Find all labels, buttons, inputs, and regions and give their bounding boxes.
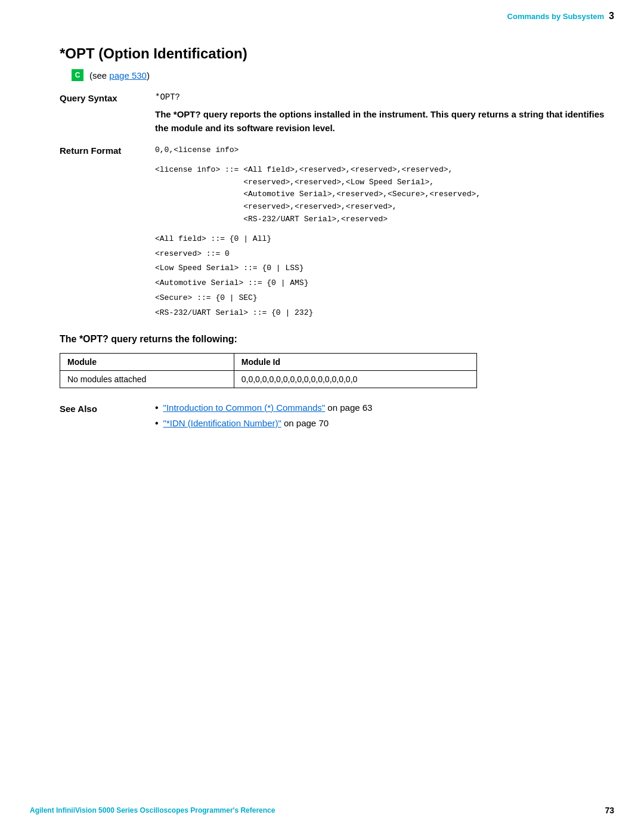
see-also-item-2: "*IDN (Identification Number)" on page 7… xyxy=(163,418,329,428)
c-badge: C xyxy=(72,69,83,81)
page-title: *OPT (Option Identification) xyxy=(60,45,614,62)
table-header-row: Module Module Id xyxy=(60,353,477,370)
query-syntax-content: *OPT? The *OPT? query reports the option… xyxy=(155,92,614,135)
table-col-module: Module xyxy=(60,353,234,370)
query-syntax-section: Query Syntax *OPT? The *OPT? query repor… xyxy=(60,92,614,135)
badge-link-text: (see page 530) xyxy=(89,70,150,80)
table-cell-module-id: 0,0,0,0,0,0,0,0,0,0,0,0,0,0,0,0,0 xyxy=(234,370,476,388)
see-also-section: See Also • "Introduction to Common (*) C… xyxy=(60,402,614,433)
bnf-line-1: <All field> ::= {0 | All} xyxy=(155,233,614,246)
header-section-label: Commands by Subsystem xyxy=(507,12,605,21)
page-footer: Agilent InfiniiVision 5000 Series Oscill… xyxy=(0,800,644,821)
see-also-suffix-1: on page 63 xyxy=(325,402,372,413)
grammar-block: <license info> ::= <All field>,<reserved… xyxy=(155,164,614,226)
return-format-content: 0,0,<license info> <license info> ::= <A… xyxy=(155,144,614,322)
see-also-list: • "Introduction to Common (*) Commands" … xyxy=(155,402,614,429)
main-content: *OPT (Option Identification) C (see page… xyxy=(0,27,644,469)
see-also-suffix-2: on page 70 xyxy=(281,418,329,428)
see-also-label: See Also xyxy=(60,402,155,433)
return-format-label: Return Format xyxy=(60,144,155,322)
query-syntax-value: *OPT? xyxy=(155,92,180,102)
footer-title: Agilent InfiniiVision 5000 Series Oscill… xyxy=(30,806,275,815)
module-table: Module Module Id No modules attached 0,0… xyxy=(60,353,477,388)
see-also-link-1[interactable]: "Introduction to Common (*) Commands" xyxy=(163,402,326,413)
badge-line: C (see page 530) xyxy=(72,69,614,81)
badge-suffix: ) xyxy=(147,70,150,80)
see-also-link-2[interactable]: "*IDN (Identification Number)" xyxy=(163,418,281,428)
bnf-line-4: <Automotive Serial> ::= {0 | AMS} xyxy=(155,277,614,290)
page-header: Commands by Subsystem 3 xyxy=(0,0,644,27)
bnf-definitions: <All field> ::= {0 | All} <reserved> ::=… xyxy=(155,233,614,320)
bnf-line-5: <Secure> ::= {0 | SEC} xyxy=(155,292,614,305)
see-also-item-1: "Introduction to Common (*) Commands" on… xyxy=(163,402,373,413)
bnf-line-6: <RS-232/UART Serial> ::= {0 | 232} xyxy=(155,307,614,320)
description-paragraph: The *OPT? query reports the options inst… xyxy=(155,108,614,135)
bullet-1: • xyxy=(155,402,159,413)
return-format-first-line: 0,0,<license info> xyxy=(155,144,614,157)
table-cell-module: No modules attached xyxy=(60,370,234,388)
bnf-line-2: <reserved> ::= 0 xyxy=(155,248,614,261)
grammar-text: <license info> ::= <All field>,<reserved… xyxy=(155,164,614,226)
list-item: • "*IDN (Identification Number)" on page… xyxy=(155,418,614,429)
return-format-section: Return Format 0,0,<license info> <licens… xyxy=(60,144,614,322)
table-col-module-id: Module Id xyxy=(234,353,476,370)
footer-page-number: 73 xyxy=(605,806,614,815)
badge-page-link[interactable]: page 530 xyxy=(109,70,147,80)
bnf-line-3: <Low Speed Serial> ::= {0 | LSS} xyxy=(155,262,614,275)
query-syntax-label: Query Syntax xyxy=(60,92,155,135)
header-page-number: 3 xyxy=(609,11,614,21)
table-row: No modules attached 0,0,0,0,0,0,0,0,0,0,… xyxy=(60,370,477,388)
badge-prefix: (see xyxy=(89,70,109,80)
page-container: Commands by Subsystem 3 *OPT (Option Ide… xyxy=(0,0,644,833)
list-item: • "Introduction to Common (*) Commands" … xyxy=(155,402,614,413)
returns-heading: The *OPT? query returns the following: xyxy=(60,334,614,345)
bullet-2: • xyxy=(155,418,159,429)
see-also-content: • "Introduction to Common (*) Commands" … xyxy=(155,402,614,433)
